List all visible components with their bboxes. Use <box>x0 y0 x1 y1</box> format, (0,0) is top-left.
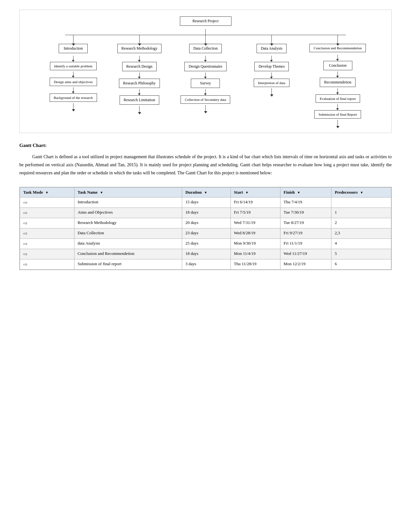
cell-duration: 18 days <box>182 249 230 259</box>
cell-mode: ⇨ <box>20 197 74 208</box>
root-node: Research Project <box>180 16 231 26</box>
cell-start: Wed 7/31/19 <box>230 218 280 228</box>
cell-mode: ⇨ <box>20 259 74 269</box>
child-recommendetion: Recommendetion <box>320 78 356 87</box>
cell-name: Conclusion and Recommendetion <box>74 249 182 259</box>
child-conclusion: Conclusion <box>323 61 352 70</box>
sort-finish-icon[interactable]: ▼ <box>297 191 300 194</box>
cell-pred: 1 <box>331 208 391 218</box>
cell-duration: 15 days <box>182 197 230 208</box>
cell-start: Thu 11/28/19 <box>230 259 280 269</box>
cell-finish: Tue 7/30/19 <box>280 208 331 218</box>
table-row: ⇨ Research Methodology 20 days Wed 7/31/… <box>20 218 391 228</box>
cell-start: Mon 11/4/19 <box>230 249 280 259</box>
table-row: ⇨ Aims and Objectives 18 days Fri 7/5/19… <box>20 208 391 218</box>
cell-start: Wed 8/28/19 <box>230 228 280 238</box>
cell-duration: 23 days <box>182 228 230 238</box>
cell-duration: 20 days <box>182 218 230 228</box>
cell-pred: 5 <box>331 249 391 259</box>
cell-mode: ⇨ <box>20 218 74 228</box>
cell-mode: ⇨ <box>20 208 74 218</box>
cell-start: Mon 9/30/19 <box>230 238 280 249</box>
child-evaluation: Evaluation of final report <box>316 94 360 103</box>
task-mode-icon: ⇨ <box>23 231 27 236</box>
sort-mode-icon[interactable]: ▼ <box>45 191 49 194</box>
cell-name: Introduction <box>74 197 182 208</box>
cell-name: Aims and Objectives <box>74 208 182 218</box>
child-design-questionnaire: Design Questionnaire <box>184 62 226 71</box>
task-mode-icon: ⇨ <box>23 200 27 205</box>
col-header-mode[interactable]: Task Mode ▼ <box>20 187 74 197</box>
cell-pred: 4 <box>331 238 391 249</box>
child-research-philosophy: Research Philosophy <box>119 79 160 88</box>
child-survey: Survey <box>191 79 220 88</box>
table-row: ⇨ Introduction 15 days Fri 6/14/19 Thu 7… <box>20 197 391 208</box>
sort-pred-icon[interactable]: ▼ <box>360 191 363 194</box>
table-row: ⇨ Conclusion and Recommendetion 18 days … <box>20 249 391 259</box>
col-header-start[interactable]: Start ▼ <box>230 187 280 197</box>
cell-finish: Mon 12/2/19 <box>280 259 331 269</box>
flowchart: Research Project Introduction Identify a… <box>19 10 392 133</box>
col-header-duration[interactable]: Duration ▼ <box>182 187 230 197</box>
cell-pred: 6 <box>331 259 391 269</box>
task-mode-icon: ⇨ <box>23 262 27 267</box>
table-row: ⇨ Data Collection 23 days Wed 8/28/19 Fr… <box>20 228 391 238</box>
sort-duration-icon[interactable]: ▼ <box>204 191 207 194</box>
child-submission: Submission of final Report <box>314 110 361 119</box>
cell-name: Research Methodology <box>74 218 182 228</box>
cell-duration: 18 days <box>182 208 230 218</box>
col-header-predecessors[interactable]: Predecessors ▼ <box>331 187 391 197</box>
cell-name: Submission of final report <box>74 259 182 269</box>
task-mode-icon: ⇨ <box>23 220 27 226</box>
cell-pred: 2 <box>331 218 391 228</box>
cell-mode: ⇨ <box>20 228 74 238</box>
cell-duration: 25 days <box>182 238 230 249</box>
section-title: Gantt Chart: <box>19 143 392 148</box>
cell-finish: Fri 11/1/19 <box>280 238 331 249</box>
cell-pred <box>331 197 391 208</box>
cell-pred: 2,3 <box>331 228 391 238</box>
child-research-limitation: Research Limitation <box>120 95 160 105</box>
body-text: Gantt Chart is defined as a tool utilize… <box>19 153 392 177</box>
cell-start: Fri 7/5/19 <box>230 208 280 218</box>
gantt-table: Task Mode ▼ Task Name ▼ Duration ▼ Start… <box>20 187 391 270</box>
child-collection-secondary: Collection of Secondary data <box>181 95 230 104</box>
child-research-design: Research Design <box>122 62 157 71</box>
table-row: ⇨ Submission of final report 3 days Thu … <box>20 259 391 269</box>
gantt-table-wrapper: Task Mode ▼ Task Name ▼ Duration ▼ Start… <box>19 187 392 270</box>
sort-name-icon[interactable]: ▼ <box>100 191 103 194</box>
cell-mode: ⇨ <box>20 249 74 259</box>
cell-start: Fri 6/14/19 <box>230 197 280 208</box>
cell-mode: ⇨ <box>20 238 74 249</box>
col-header-finish[interactable]: Finish ▼ <box>280 187 331 197</box>
cell-finish: Tue 8/27/19 <box>280 218 331 228</box>
child-design-aims: Design aims and objectives <box>50 78 97 86</box>
child-interpretion: Interpretion of data <box>254 79 289 87</box>
cell-name: Data Collection <box>74 228 182 238</box>
child-develop-themes: Develop Themes <box>254 62 289 71</box>
table-row: ⇨ data Analysis 25 days Mon 9/30/19 Fri … <box>20 238 391 249</box>
child-identify: Identify a suitable problem <box>50 62 97 70</box>
task-mode-icon: ⇨ <box>23 210 27 216</box>
task-mode-icon: ⇨ <box>23 241 27 247</box>
cell-duration: 3 days <box>182 259 230 269</box>
flowchart-root: Research Project <box>23 16 388 26</box>
cell-finish: Fri 9/27/19 <box>280 228 331 238</box>
cell-finish: Thu 7/4/19 <box>280 197 331 208</box>
table-header-row: Task Mode ▼ Task Name ▼ Duration ▼ Start… <box>20 187 391 197</box>
child-background: Background of the research <box>50 93 97 102</box>
cell-name: data Analysis <box>74 238 182 249</box>
cell-finish: Wed 11/27/19 <box>280 249 331 259</box>
sort-start-icon[interactable]: ▼ <box>245 191 249 194</box>
col-header-name[interactable]: Task Name ▼ <box>74 187 182 197</box>
task-mode-icon: ⇨ <box>23 251 27 257</box>
